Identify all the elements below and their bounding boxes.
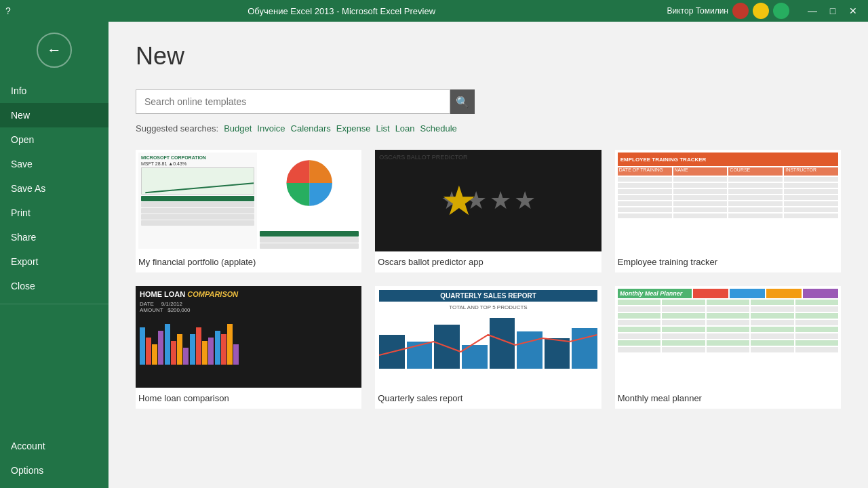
suggested-expense[interactable]: Expense bbox=[336, 123, 371, 134]
template-name-homeloan: Home loan comparison bbox=[136, 388, 361, 409]
templates-grid: MICROSOFT CORPORATION MSFT 28.81 ▲0.43% bbox=[136, 150, 841, 409]
sidebar-item-print[interactable]: Print bbox=[0, 201, 108, 225]
avatar-main bbox=[732, 3, 749, 19]
minimize-button[interactable]: — bbox=[803, 4, 822, 18]
sidebar-item-options[interactable]: Options bbox=[0, 458, 108, 483]
sidebar-item-new[interactable]: New bbox=[0, 103, 108, 127]
window-title: Обучение Excel 2013 - Microsoft Excel Pr… bbox=[16, 6, 667, 16]
suggested-invoice[interactable]: Invoice bbox=[257, 123, 285, 134]
sidebar-label-new: New bbox=[11, 110, 30, 121]
template-name-oscars: Oscars ballot predictor app bbox=[375, 251, 601, 272]
template-quarterly[interactable]: QUARTERLY SALES REPORT TOTAL AND TOP 5 P… bbox=[375, 286, 601, 409]
sidebar-item-share[interactable]: Share bbox=[0, 225, 108, 249]
sidebar-label-saveas: Save As bbox=[11, 183, 45, 194]
template-name-meal: Monthly meal planner bbox=[615, 388, 841, 409]
template-thumb-meal: Monthly Meal Planner bbox=[615, 286, 841, 388]
sidebar-label-export: Export bbox=[11, 256, 38, 267]
suggested-schedule[interactable]: Schedule bbox=[420, 123, 457, 134]
suggested-budget[interactable]: Budget bbox=[224, 123, 252, 134]
sidebar-item-saveas[interactable]: Save As bbox=[0, 176, 108, 201]
back-button[interactable]: ← bbox=[37, 33, 72, 68]
template-name-quarterly: Quarterly sales report bbox=[375, 388, 601, 409]
sidebar-item-export[interactable]: Export bbox=[0, 249, 108, 274]
help-button[interactable]: ? bbox=[5, 5, 11, 16]
sidebar-label-print: Print bbox=[11, 207, 31, 218]
search-container: 🔍 bbox=[136, 89, 475, 114]
template-homeloan[interactable]: HOME LOAN COMPARISON DATE 9/1/2012AMOUNT… bbox=[136, 286, 361, 409]
template-thumb-homeloan: HOME LOAN COMPARISON DATE 9/1/2012AMOUNT… bbox=[136, 286, 361, 388]
suggested-loan[interactable]: Loan bbox=[395, 123, 415, 134]
page-title: New bbox=[136, 42, 841, 70]
sidebar-item-save[interactable]: Save bbox=[0, 152, 108, 176]
close-button[interactable]: ✕ bbox=[844, 4, 863, 18]
sidebar-label-close: Close bbox=[11, 281, 35, 291]
template-name-training: Employee training tracker bbox=[615, 251, 841, 272]
sidebar: ← Info New Open Save Save As Print Share… bbox=[0, 22, 108, 488]
app-body: ← Info New Open Save Save As Print Share… bbox=[0, 22, 868, 488]
suggested-label: Suggested searches: bbox=[136, 123, 218, 134]
template-meal[interactable]: Monthly Meal Planner bbox=[615, 286, 841, 409]
avatar-yellow bbox=[753, 3, 769, 19]
username-label: Виктор Томилин bbox=[667, 6, 729, 16]
sidebar-item-account[interactable]: Account bbox=[0, 434, 108, 458]
suggested-searches: Suggested searches: Budget Invoice Calen… bbox=[136, 123, 841, 134]
sidebar-bottom: Account Options bbox=[0, 434, 108, 488]
avatar-green bbox=[773, 3, 789, 19]
sidebar-label-account: Account bbox=[11, 441, 45, 451]
sidebar-label-options: Options bbox=[11, 465, 43, 476]
window-controls: — □ ✕ bbox=[803, 4, 863, 18]
sidebar-item-open[interactable]: Open bbox=[0, 127, 108, 152]
sidebar-label-open: Open bbox=[11, 134, 34, 145]
template-thumb-quarterly: QUARTERLY SALES REPORT TOTAL AND TOP 5 P… bbox=[375, 286, 601, 388]
user-area: Виктор Томилин bbox=[667, 3, 790, 19]
sidebar-item-info[interactable]: Info bbox=[0, 79, 108, 103]
template-thumb-training: EMPLOYEE TRAINING TRACKER DATE OF TRAINI… bbox=[615, 150, 841, 251]
titlebar: ? Обучение Excel 2013 - Microsoft Excel … bbox=[0, 0, 868, 22]
search-icon: 🔍 bbox=[456, 96, 469, 108]
template-thumb-oscars: OSCARS BALLOT PREDICTOR ★ ★ ★ ★ ★ bbox=[375, 150, 601, 251]
search-button[interactable]: 🔍 bbox=[450, 89, 475, 114]
template-oscars[interactable]: OSCARS BALLOT PREDICTOR ★ ★ ★ ★ ★ Oscars… bbox=[375, 150, 601, 272]
maximize-button[interactable]: □ bbox=[823, 4, 842, 18]
template-financial[interactable]: MICROSOFT CORPORATION MSFT 28.81 ▲0.43% bbox=[136, 150, 361, 272]
sidebar-label-save: Save bbox=[11, 159, 33, 169]
search-input[interactable] bbox=[136, 89, 450, 114]
template-name-financial: My financial portfolio (applate) bbox=[136, 251, 361, 272]
sidebar-label-share: Share bbox=[11, 232, 36, 243]
sidebar-divider bbox=[0, 304, 108, 304]
sidebar-label-info: Info bbox=[11, 85, 26, 96]
main-content: New 🔍 Suggested searches: Budget Invoice… bbox=[108, 22, 868, 488]
sidebar-item-close[interactable]: Close bbox=[0, 274, 108, 298]
suggested-calendars[interactable]: Calendars bbox=[291, 123, 331, 134]
template-thumb-financial: MICROSOFT CORPORATION MSFT 28.81 ▲0.43% bbox=[136, 150, 361, 251]
template-training[interactable]: EMPLOYEE TRAINING TRACKER DATE OF TRAINI… bbox=[615, 150, 841, 272]
suggested-list[interactable]: List bbox=[376, 123, 389, 134]
